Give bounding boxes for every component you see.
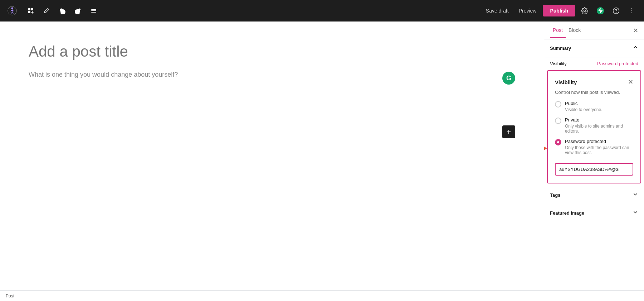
svg-point-11	[616, 12, 616, 13]
featured-image-toggle-icon	[633, 209, 638, 217]
help-button[interactable]	[610, 4, 623, 17]
svg-point-13	[631, 10, 633, 11]
public-option-content: Public Visible to everyone.	[565, 101, 633, 112]
list-view-button[interactable]	[87, 4, 100, 17]
post-title-input[interactable]	[29, 43, 515, 60]
private-option-content: Private Only visible to site admins and …	[565, 117, 633, 134]
visibility-value[interactable]: Password protected	[597, 61, 638, 66]
post-content-text: What is one thing you would change about…	[29, 71, 515, 78]
add-block-button[interactable]: +	[502, 125, 515, 138]
edit-mode-button[interactable]	[40, 4, 53, 17]
visibility-label: Visibility	[550, 61, 567, 66]
popup-title: Visibility	[555, 79, 577, 85]
private-radio[interactable]	[555, 118, 561, 124]
summary-toggle-icon	[633, 44, 638, 52]
public-radio[interactable]	[555, 101, 561, 108]
svg-rect-7	[91, 12, 96, 13]
visibility-row: Visibility Password protected	[544, 57, 644, 70]
password-option-content: Password protected Only those with the p…	[565, 139, 633, 155]
main-layout: What is one thing you would change about…	[0, 22, 644, 290]
arrow-annotation	[544, 146, 547, 150]
redo-button[interactable]	[72, 4, 84, 17]
tags-section: Tags	[544, 186, 644, 204]
svg-rect-5	[91, 9, 96, 10]
tags-section-header[interactable]: Tags	[544, 186, 644, 204]
password-input[interactable]	[555, 163, 633, 176]
visibility-option-private[interactable]: Private Only visible to site admins and …	[555, 117, 633, 134]
undo-button[interactable]	[56, 4, 69, 17]
svg-rect-2	[28, 8, 30, 10]
private-desc: Only visible to site admins and editors.	[565, 124, 633, 134]
tags-toggle-icon	[633, 191, 638, 199]
tab-block[interactable]: Block	[566, 23, 584, 38]
popup-header: Visibility ✕	[555, 78, 633, 86]
password-desc: Only those with the password can view th…	[565, 145, 633, 155]
visibility-popup: Visibility ✕ Control how this post is vi…	[547, 70, 641, 183]
options-menu-button[interactable]	[625, 4, 638, 17]
toolbar: Save draft Preview Publish	[0, 0, 644, 22]
site-logo	[6, 4, 19, 17]
public-desc: Visible to everyone.	[565, 107, 633, 112]
status-bar-label: Post	[6, 293, 14, 298]
save-draft-button[interactable]: Save draft	[482, 6, 512, 16]
add-block-toolbar-button[interactable]	[24, 4, 37, 17]
svg-point-12	[631, 8, 633, 9]
sidebar-close-button[interactable]: ✕	[633, 27, 638, 34]
tab-post[interactable]: Post	[550, 23, 566, 38]
password-label: Password protected	[565, 139, 633, 144]
visibility-option-password[interactable]: Password protected Only those with the p…	[555, 139, 633, 155]
svg-rect-6	[91, 10, 96, 11]
preview-button[interactable]: Preview	[515, 6, 540, 16]
summary-section: Summary	[544, 39, 644, 57]
svg-point-8	[584, 10, 586, 12]
svg-rect-3	[31, 8, 33, 10]
password-radio[interactable]	[555, 139, 561, 145]
jetpack-button[interactable]	[594, 4, 607, 17]
featured-image-title: Featured image	[550, 210, 584, 216]
svg-point-1	[11, 7, 13, 9]
tags-title: Tags	[550, 192, 560, 198]
publish-button[interactable]: Publish	[543, 5, 575, 16]
editor-area: What is one thing you would change about…	[0, 22, 544, 290]
toolbar-right: Save draft Preview Publish	[482, 4, 638, 17]
sidebar-header: Post Block ✕	[544, 22, 644, 39]
visibility-option-public[interactable]: Public Visible to everyone.	[555, 101, 633, 112]
svg-rect-4	[28, 11, 30, 13]
summary-title: Summary	[550, 46, 571, 51]
featured-image-section-header[interactable]: Featured image	[544, 204, 644, 222]
sidebar: Post Block ✕ Summary Visibility Password…	[544, 22, 644, 290]
private-label: Private	[565, 117, 633, 123]
popup-close-button[interactable]: ✕	[628, 78, 633, 86]
svg-point-14	[631, 13, 633, 14]
featured-image-section: Featured image	[544, 204, 644, 222]
popup-description: Control how this post is viewed.	[555, 90, 633, 95]
public-label: Public	[565, 101, 633, 106]
status-bar: Post	[0, 290, 644, 301]
summary-section-header[interactable]: Summary	[544, 39, 644, 57]
settings-button[interactable]	[578, 4, 591, 17]
grammarly-icon: G	[502, 72, 515, 85]
